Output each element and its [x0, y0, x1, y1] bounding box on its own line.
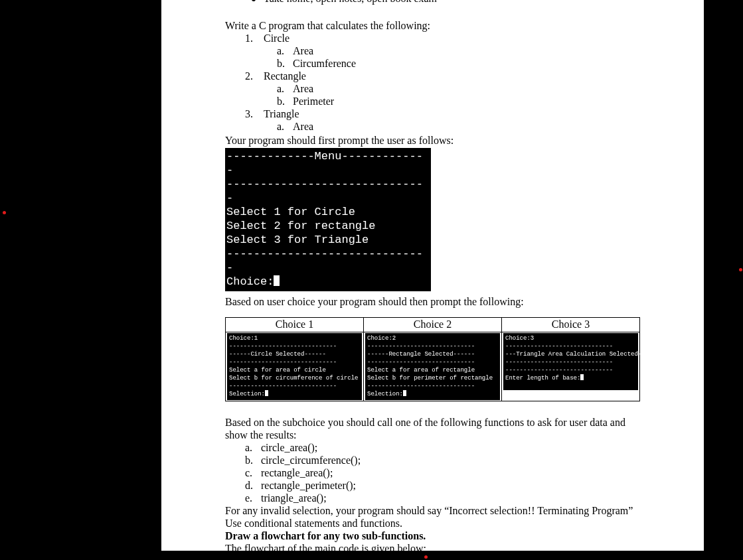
console-line: Select 1 for Circle: [226, 205, 428, 219]
console-line: ------------------------------: [226, 177, 428, 205]
console-line: ------------------------------: [226, 247, 428, 275]
list-subitem: b.Circumference: [277, 57, 640, 70]
function-item: e.triangle_area();: [245, 492, 640, 504]
previous-bullet-item: Take home, open notes, open book exam: [252, 0, 640, 5]
choice2-console: Choice:2 ------------------------------ …: [365, 333, 500, 400]
console-line: Select 2 for rectangle: [226, 219, 428, 233]
list-subitem: a.Area: [277, 120, 640, 133]
shape-requirements-list: 1.Circlea.Areab.Circumference2.Rectangle…: [225, 32, 640, 133]
choice1-console: Choice:1 ------------------------------ …: [227, 333, 362, 400]
list-item: 2.Rectangle: [245, 70, 640, 82]
subchoice-instruction: Based on the subchoice you should call o…: [225, 416, 640, 441]
choice-header-2: Choice 2: [364, 318, 502, 332]
console-line: Choice:: [226, 275, 428, 289]
conditionals-instruction: Use conditional statements and functions…: [225, 517, 640, 529]
function-item: b.circle_circumference();: [245, 454, 640, 466]
function-list: a.circle_area();b.circle_circumference()…: [245, 441, 640, 504]
annotation-dot-left: [3, 211, 6, 214]
document-page: Take home, open notes, open book exam Wr…: [161, 0, 704, 551]
annotation-dot-right: [739, 268, 742, 271]
list-subitem: b.Perimeter: [277, 95, 640, 107]
choice-header-3: Choice 3: [502, 318, 640, 332]
cursor-icon: [274, 275, 280, 286]
cursor-icon: [265, 390, 268, 396]
error-instruction: For any invalid selection, your program …: [225, 504, 640, 517]
bullet-icon: [252, 0, 256, 1]
intro-text: Write a C program that calculates the fo…: [225, 19, 640, 32]
flowchart-given: The flowchart of the main code is given …: [225, 542, 640, 551]
choice-instruction: Based on user choice your program should…: [225, 295, 640, 308]
list-item: 3.Triangle: [245, 107, 640, 120]
list-subitem: a.Area: [277, 44, 640, 57]
choice-header-1: Choice 1: [226, 318, 364, 332]
choice3-console: Choice:3 ------------------------------ …: [503, 333, 638, 390]
bullet-text: Take home, open notes, open book exam: [264, 0, 437, 5]
console-line: -------------Menu-------------: [226, 149, 428, 177]
cursor-icon: [580, 374, 584, 380]
flowchart-requirement: Draw a flowchart for any two sub-functio…: [225, 529, 640, 542]
function-item: c.rectangle_area();: [245, 466, 640, 479]
main-menu-console: -------------Menu------------- ---------…: [225, 148, 431, 291]
console-line: Select 3 for Triangle: [226, 233, 428, 247]
cursor-icon: [403, 390, 406, 396]
function-item: a.circle_area();: [245, 441, 640, 454]
prompt-instruction: Your program should first prompt the use…: [225, 134, 640, 147]
annotation-dot-bottom: [424, 555, 428, 559]
list-subitem: a.Area: [277, 82, 640, 95]
function-item: d.rectangle_perimeter();: [245, 479, 640, 492]
list-item: 1.Circle: [245, 32, 640, 44]
choice-table: Choice 1 Choice 2 Choice 3 Choice:1 ----…: [225, 317, 640, 401]
